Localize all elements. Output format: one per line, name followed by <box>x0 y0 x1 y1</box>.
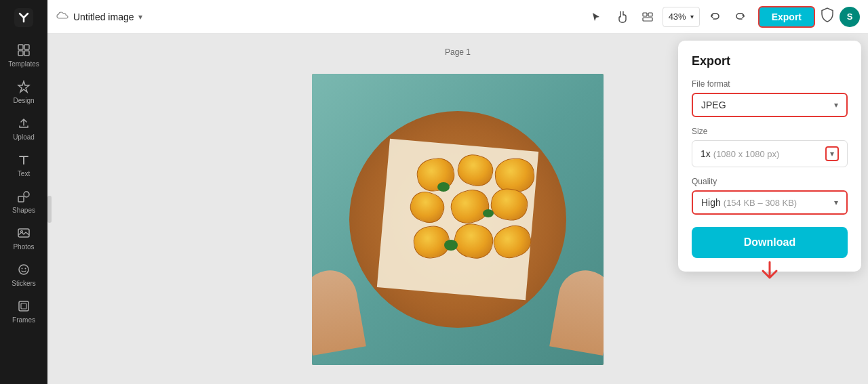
sidebar-item-shapes[interactable]: Shapes <box>0 183 47 219</box>
text-label: Text <box>18 170 30 177</box>
document-title: Untitled image <box>73 12 134 22</box>
undo-button[interactable] <box>704 6 726 28</box>
select-tool-button[interactable] <box>585 6 607 28</box>
sidebar-item-text[interactable]: Text <box>0 146 47 183</box>
shapes-icon <box>16 189 31 204</box>
quality-select[interactable]: High(154 KB – 308 KB) ▾ <box>692 190 848 215</box>
header: Untitled image ▾ 43% ▾ <box>47 0 868 34</box>
cloud-icon <box>56 10 69 24</box>
frames-label: Frames <box>12 316 35 324</box>
herb <box>483 209 494 217</box>
svg-rect-3 <box>18 51 23 56</box>
sidebar-item-design[interactable]: Design <box>0 73 47 110</box>
size-value: 1x(1080 x 1080 px) <box>701 148 779 159</box>
sidebar-item-frames[interactable]: Frames <box>0 293 47 329</box>
svg-rect-4 <box>24 51 29 56</box>
download-button[interactable]: Download <box>692 227 848 258</box>
view-options-button[interactable] <box>637 6 658 28</box>
title-chevron-icon[interactable]: ▾ <box>138 12 142 22</box>
svg-point-9 <box>19 265 28 274</box>
upload-icon <box>16 116 31 131</box>
svg-rect-13 <box>21 303 26 309</box>
sidebar-item-stickers[interactable]: Stickers <box>0 256 47 293</box>
svg-rect-1 <box>18 45 23 49</box>
title-area: Untitled image ▾ <box>56 10 578 24</box>
svg-rect-14 <box>643 13 647 16</box>
export-panel: Export File format JPEG ▾ Size 1x(1080 x… <box>678 41 861 272</box>
export-button[interactable]: Export <box>758 6 815 28</box>
shapes-label: Shapes <box>12 207 35 214</box>
design-icon <box>16 79 31 94</box>
quality-value: High(154 KB – 308 KB) <box>701 197 797 208</box>
shield-icon[interactable] <box>821 7 834 26</box>
svg-rect-16 <box>643 18 652 21</box>
download-area: Download <box>692 224 848 258</box>
toolbar: 43% ▾ <box>585 6 751 28</box>
sidebar-item-templates[interactable]: Templates <box>0 37 47 73</box>
file-format-chevron-icon: ▾ <box>834 100 838 110</box>
file-format-label: File format <box>692 79 848 89</box>
svg-point-6 <box>24 192 29 197</box>
svg-rect-2 <box>24 45 29 49</box>
text-icon <box>16 152 31 167</box>
svg-rect-15 <box>648 13 652 16</box>
design-label: Design <box>13 97 34 104</box>
sidebar: Templates Design Upload Text <box>0 0 47 384</box>
templates-label: Templates <box>8 60 39 68</box>
resize-handle[interactable] <box>47 196 52 223</box>
templates-icon <box>16 43 31 58</box>
quality-chevron-icon: ▾ <box>834 198 838 207</box>
frames-icon <box>16 299 31 314</box>
size-chevron-icon: ▾ <box>825 146 839 161</box>
file-format-select[interactable]: JPEG ▾ <box>692 93 848 117</box>
user-avatar[interactable]: S <box>840 7 860 27</box>
herb <box>444 240 458 251</box>
page-label: Page 1 <box>445 47 471 57</box>
svg-point-10 <box>22 268 23 269</box>
svg-rect-12 <box>19 301 28 311</box>
size-label: Size <box>692 127 848 136</box>
photos-icon <box>16 226 31 240</box>
stickers-label: Stickers <box>12 280 36 287</box>
photos-label: Photos <box>13 243 34 251</box>
export-panel-title: Export <box>692 54 848 68</box>
sidebar-item-upload[interactable]: Upload <box>0 110 47 146</box>
file-format-value: JPEG <box>701 100 726 110</box>
size-select[interactable]: 1x(1080 x 1080 px) ▾ <box>692 140 848 167</box>
zoom-chevron-icon: ▾ <box>690 13 694 20</box>
upload-label: Upload <box>13 133 35 141</box>
header-right: Export S <box>758 6 860 28</box>
hand-tool-button[interactable] <box>611 6 633 28</box>
stickers-icon <box>16 262 31 277</box>
svg-rect-7 <box>18 229 29 237</box>
zoom-value: 43% <box>669 12 686 22</box>
redo-button[interactable] <box>730 6 751 28</box>
svg-rect-5 <box>18 196 24 202</box>
app-logo[interactable] <box>12 5 36 30</box>
sidebar-item-photos[interactable]: Photos <box>0 219 47 256</box>
svg-point-11 <box>25 268 26 269</box>
quality-label: Quality <box>692 177 848 186</box>
herb <box>437 182 450 192</box>
zoom-control[interactable]: 43% ▾ <box>663 7 700 27</box>
canvas-image[interactable] <box>312 74 604 365</box>
